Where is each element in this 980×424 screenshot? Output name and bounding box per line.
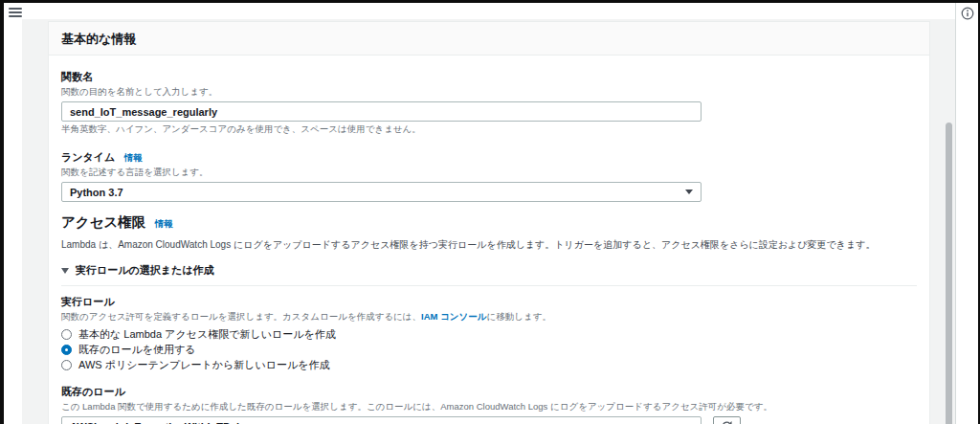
help-panel-rail [955,3,978,424]
permissions-info-link[interactable]: 情報 [155,218,173,229]
function-name-constraint: 半角英数字、ハイフン、アンダースコアのみを使用でき、スペースは使用できません。 [61,123,917,135]
radio-label: AWS ポリシーテンプレートから新しいロールを作成 [78,358,330,372]
runtime-field: ランタイム 情報 関数を記述する言語を選択します。 Python 3.7 [61,147,917,202]
expander-label: 実行ロールの選択または作成 [76,263,214,278]
info-circle-icon[interactable] [961,7,974,20]
runtime-info-link[interactable]: 情報 [124,152,143,163]
existing-role-select-row: AWSLambdaExecutionWithIoTPub [61,413,917,424]
iam-console-link[interactable]: IAM コンソール [421,311,486,322]
execution-role-field: 実行ロール 関数のアクセス許可を定義するロールを選択します。カスタムロールを作成… [61,295,917,372]
triangle-down-icon [61,268,69,274]
execution-role-radio-group: 基本的な Lambda アクセス権限で新しいロールを作成 既存のロールを使用する… [61,326,917,372]
app-window: 基本的な情報 関数名 関数の目的を名前として入力します。 send_IoT_me… [0,0,980,424]
main-content: 基本的な情報 関数名 関数の目的を名前として入力します。 send_IoT_me… [48,21,930,424]
vertical-scrollbar[interactable] [946,123,952,424]
top-bar [4,3,978,19]
refresh-roles-button[interactable] [713,416,741,424]
permissions-section: アクセス権限 情報 Lambda は、Amazon CloudWatch Log… [61,213,917,251]
function-name-field: 関数名 関数の目的を名前として入力します。 send_IoT_message_r… [61,70,917,135]
chevron-down-icon [685,190,693,194]
radio-selected-icon [61,345,72,355]
runtime-selected-value: Python 3.7 [70,187,123,198]
runtime-help: 関数を記述する言語を選択します。 [61,167,917,178]
execution-role-expander[interactable]: 実行ロールの選択または作成 [61,263,917,286]
permissions-title: アクセス権限 [61,214,145,230]
radio-label: 既存のロールを使用する [78,343,196,357]
card-title: 基本的な情報 [61,32,136,46]
function-name-help: 関数の目的を名前として入力します。 [61,86,917,98]
existing-role-help: この Lambda 関数で使用するために作成した既存のロールを選択します。このロ… [61,401,917,413]
card-body: 関数名 関数の目的を名前として入力します。 send_IoT_message_r… [49,56,929,424]
runtime-select[interactable]: Python 3.7 [61,182,702,202]
radio-label: 基本的な Lambda アクセス権限で新しいロールを作成 [78,327,336,342]
radio-use-existing-role[interactable]: 既存のロールを使用する [61,342,917,357]
radio-icon [61,360,72,370]
runtime-label: ランタイム [61,151,115,163]
existing-role-field: 既存のロール この Lambda 関数で使用するために作成した既存のロールを選択… [61,385,917,424]
radio-policy-template-role[interactable]: AWS ポリシーテンプレートから新しいロールを作成 [61,357,917,372]
card-header: 基本的な情報 [49,22,929,56]
collapsed-nav-rail [4,3,22,424]
function-name-label: 関数名 [61,70,917,84]
radio-icon [61,329,72,340]
existing-role-label: 既存のロール [61,385,917,399]
execution-role-help-prefix: 関数のアクセス許可を定義するロールを選択します。カスタムロールを作成するには、 [61,311,421,322]
refresh-icon [721,420,733,424]
hamburger-menu-icon[interactable] [9,8,22,18]
permissions-description: Lambda は、Amazon CloudWatch Logs にログをアップロ… [61,238,917,251]
existing-role-selected-value: AWSLambdaExecutionWithIoTPub [70,421,243,424]
function-name-value: send_IoT_message_regularly [70,106,217,118]
function-name-input[interactable]: send_IoT_message_regularly [61,101,702,122]
existing-role-select[interactable]: AWSLambdaExecutionWithIoTPub [61,416,702,424]
execution-role-help-suffix: に移動します。 [487,311,551,322]
basic-info-card: 基本的な情報 関数名 関数の目的を名前として入力します。 send_IoT_me… [48,21,930,424]
radio-create-new-role[interactable]: 基本的な Lambda アクセス権限で新しいロールを作成 [61,326,917,342]
execution-role-label: 実行ロール [61,295,917,309]
lambda-create-function-page: 基本的な情報 関数名 関数の目的を名前として入力します。 send_IoT_me… [4,3,978,424]
execution-role-help: 関数のアクセス許可を定義するロールを選択します。カスタムロールを作成するには、I… [61,311,917,323]
